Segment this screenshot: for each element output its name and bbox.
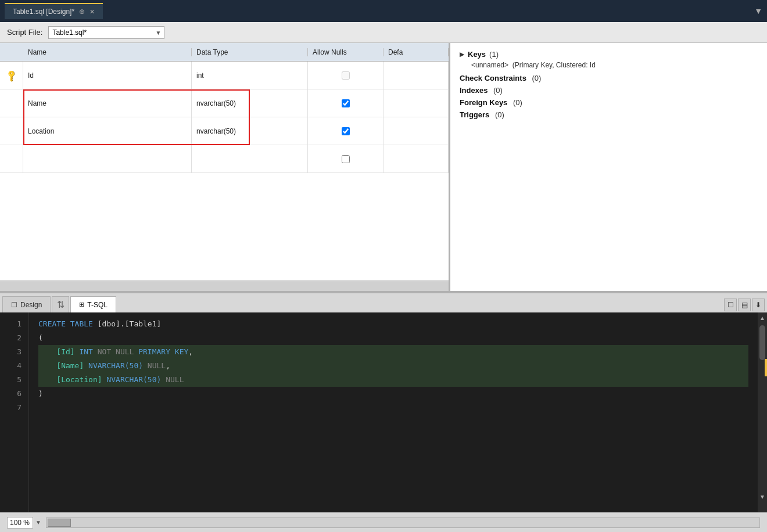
code-scrollbar[interactable]: ▲ ▼ <box>758 312 767 512</box>
code-editor-panel: 1 2 3 4 5 6 7 CREATE TABLE [dbo].[Table1… <box>0 312 767 512</box>
line-num: 4 <box>0 359 21 373</box>
key-icon: 🔑 <box>5 69 18 82</box>
row-cell-allownulls[interactable] <box>308 145 384 172</box>
allownulls-checkbox[interactable] <box>342 71 350 80</box>
code-content[interactable]: CREATE TABLE [dbo].[Table1] ( [Id] INT <box>29 312 758 512</box>
pin-icon[interactable]: ⊕ <box>79 8 85 16</box>
col-header-allownulls: Allow Nulls <box>308 48 384 56</box>
line-num: 5 <box>0 373 21 387</box>
triggers-label: Triggers <box>460 110 489 119</box>
tab-design[interactable]: ☐ Design <box>2 296 51 312</box>
tsql-tab-icon: ⊞ <box>79 301 84 308</box>
table-designer: Name Data Type Allow Nulls Defa 🔑 Id int <box>0 43 450 291</box>
check-constraints-section: Check Constraints (0) <box>460 74 758 82</box>
kw-schema: [dbo].[Table1] <box>98 317 162 331</box>
h-scroll-thumb[interactable] <box>48 519 71 527</box>
indexes-header[interactable]: Indexes (0) <box>460 86 758 95</box>
row-cell-datatype[interactable]: nvarchar(50) <box>192 89 308 117</box>
foreign-keys-count: (0) <box>511 98 522 107</box>
col-header-datatype: Data Type <box>192 48 308 56</box>
code-line-4: [Name] NVARCHAR(50) NULL , <box>38 359 748 373</box>
sort-icon: ⇅ <box>57 299 64 310</box>
code-line-7 <box>38 401 748 415</box>
code-editor: 1 2 3 4 5 6 7 CREATE TABLE [dbo].[Table1… <box>0 312 767 512</box>
check-constraints-header[interactable]: Check Constraints (0) <box>460 74 758 82</box>
row-cell-datatype[interactable]: int <box>192 62 308 89</box>
title-bar-menu[interactable]: ▼ <box>754 6 762 16</box>
collapse-icon[interactable]: ▶ <box>460 51 464 57</box>
h-scrollbar-bottom[interactable] <box>46 517 760 528</box>
zoom-control[interactable]: 100 % ▼ <box>7 517 41 529</box>
keys-section: ▶ Keys (1) <unnamed> (Primary Key, Clust… <box>460 50 758 69</box>
menu-dropdown-icon[interactable]: ▼ <box>754 6 762 16</box>
document-tab[interactable]: Table1.sql [Design]* ⊕ ✕ <box>5 3 103 19</box>
row-cell-name[interactable]: Id <box>23 62 192 89</box>
kw-nvarchar-location: NVARCHAR(50) <box>106 373 161 387</box>
row-cell-name[interactable]: Name <box>23 89 192 117</box>
tab-controls: ☐ ▤ ⬇ <box>724 299 765 311</box>
row-cell-allownulls[interactable] <box>308 117 384 145</box>
row-cell-default[interactable] <box>384 89 449 117</box>
scroll-up-btn[interactable]: ▲ <box>758 312 767 323</box>
row-cell-allownulls[interactable] <box>308 62 384 89</box>
row-indicator-key: 🔑 <box>0 62 23 89</box>
row-cell-default[interactable] <box>384 62 449 89</box>
table-grid-header: Name Data Type Allow Nulls Defa <box>0 43 449 62</box>
code-line-5: [Location] NVARCHAR(50) NULL <box>38 373 748 387</box>
close-icon[interactable]: ✕ <box>89 8 95 16</box>
main-area: Name Data Type Allow Nulls Defa 🔑 Id int <box>0 43 767 532</box>
line-num: 2 <box>0 331 21 345</box>
tab-splitter[interactable]: ⇅ <box>52 296 69 312</box>
kw-indent <box>38 373 56 387</box>
row-cell-default[interactable] <box>384 117 449 145</box>
line-numbers: 1 2 3 4 5 6 7 <box>0 312 29 512</box>
bottom-tabs-bar: ☐ Design ⇅ ⊞ T-SQL ☐ ▤ ⬇ <box>0 293 767 312</box>
tab-ctrl-split-vertical[interactable]: ▤ <box>738 299 751 311</box>
kw-create: CREATE <box>38 317 66 331</box>
row-cell-name[interactable] <box>23 145 192 172</box>
triggers-header[interactable]: Triggers (0) <box>460 110 758 119</box>
kw-indent <box>38 359 56 373</box>
row-cell-name[interactable]: Location <box>23 117 192 145</box>
line-num: 1 <box>0 317 21 331</box>
tab-ctrl-dropdown[interactable]: ⬇ <box>752 299 765 311</box>
tab-label: Table1.sql [Design]* <box>13 8 74 16</box>
tab-tsql[interactable]: ⊞ T-SQL <box>70 296 116 312</box>
keys-section-header[interactable]: ▶ Keys (1) <box>460 50 758 59</box>
tab-ctrl-split-horizontal[interactable]: ☐ <box>724 299 737 311</box>
zoom-arrow-icon[interactable]: ▼ <box>35 519 41 526</box>
row-indicator-empty <box>0 117 23 145</box>
scroll-down-btn[interactable]: ▼ <box>758 491 767 502</box>
foreign-keys-header[interactable]: Foreign Keys (0) <box>460 98 758 107</box>
scrollbar-highlight <box>765 359 767 376</box>
allownulls-checkbox[interactable] <box>342 99 350 107</box>
table-row[interactable]: Name nvarchar(50) <box>0 89 449 117</box>
script-file-select-wrapper[interactable]: Table1.sql* ▼ <box>48 26 164 39</box>
allownulls-checkbox[interactable] <box>342 155 350 163</box>
table-row[interactable]: Location nvarchar(50) <box>0 117 449 145</box>
check-constraints-count: (0) <box>530 74 542 82</box>
code-line-6: ) <box>38 387 748 401</box>
table-row[interactable]: 🔑 Id int <box>0 62 449 89</box>
triggers-section: Triggers (0) <box>460 110 758 119</box>
row-cell-datatype[interactable]: nvarchar(50) <box>192 117 308 145</box>
kw-null-name: NULL <box>148 359 166 373</box>
row-cell-default[interactable] <box>384 145 449 172</box>
script-file-select[interactable]: Table1.sql* <box>48 26 164 39</box>
kw-nvarchar-name: NVARCHAR(50) <box>88 359 143 373</box>
line-num: 6 <box>0 387 21 401</box>
key-entry: <unnamed> (Primary Key, Clustered: Id <box>471 61 596 69</box>
table-h-scrollbar[interactable] <box>0 281 449 291</box>
properties-panel: ▶ Keys (1) <unnamed> (Primary Key, Clust… <box>450 43 767 291</box>
kw-close-paren: ) <box>38 387 43 401</box>
allownulls-checkbox[interactable] <box>342 127 350 135</box>
row-indicator-empty <box>0 89 23 117</box>
row-cell-datatype[interactable] <box>192 145 308 172</box>
foreign-keys-label: Foreign Keys <box>460 98 507 107</box>
keys-count: (1) <box>489 50 499 59</box>
scrollbar-thumb[interactable] <box>759 325 765 360</box>
keys-content: <unnamed> (Primary Key, Clustered: Id <box>471 61 758 69</box>
table-row[interactable] <box>0 145 449 173</box>
col-header-name: Name <box>23 48 192 56</box>
row-cell-allownulls[interactable] <box>308 89 384 117</box>
